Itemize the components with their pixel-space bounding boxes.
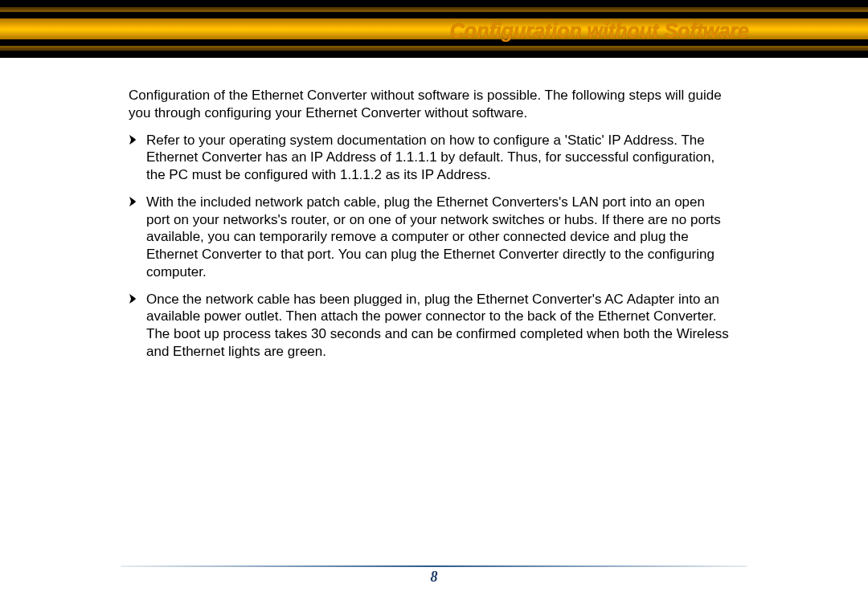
step-text: Once the network cable has been plugged …	[146, 292, 729, 359]
page-footer: 8	[0, 565, 868, 586]
main-content: Configuration of the Ethernet Converter …	[129, 87, 731, 370]
page-number: 8	[0, 569, 868, 586]
list-item: With the included network patch cable, p…	[129, 194, 731, 281]
page-title: Configuration without Software	[450, 19, 749, 43]
list-item: Once the network cable has been plugged …	[129, 291, 731, 361]
step-text: Refer to your operating system documenta…	[146, 133, 714, 183]
step-text: With the included network patch cable, p…	[146, 194, 721, 280]
footer-rule	[121, 565, 747, 567]
steps-list: Refer to your operating system documenta…	[129, 132, 731, 361]
decorative-stripe	[0, 12, 868, 18]
header-band: Configuration without Software	[0, 0, 868, 58]
decorative-stripe	[0, 51, 868, 58]
decorative-stripe	[0, 0, 868, 7]
list-item: Refer to your operating system documenta…	[129, 132, 731, 184]
intro-paragraph: Configuration of the Ethernet Converter …	[129, 87, 731, 122]
